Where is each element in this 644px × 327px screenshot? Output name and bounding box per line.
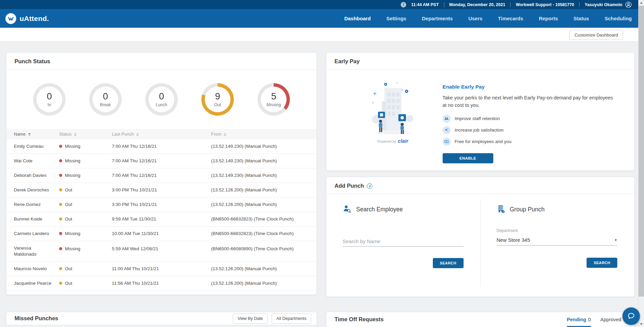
column-header-last-punch[interactable]: Last Punch: [112, 129, 211, 139]
benefit-label: Improve staff retention: [455, 116, 500, 121]
benefit-item: Free for employees and you: [443, 138, 624, 146]
pending-count: 0: [588, 317, 591, 322]
tab-pending[interactable]: Pending0: [567, 317, 591, 327]
early-pay-illustration: Powered byclair: [359, 80, 427, 163]
chat-button[interactable]: [622, 307, 640, 325]
scrollbar-thumb[interactable]: [639, 6, 644, 297]
punch-status-cell: Out: [59, 291, 112, 295]
main-nav: uAttend. Dashboard Settings Departments …: [0, 9, 644, 28]
table-row[interactable]: Derek Desroches Out 3:00 PM Thu 10/21/21…: [6, 183, 317, 197]
nav-item-scheduling[interactable]: Scheduling: [604, 16, 632, 21]
scroll-down-button[interactable]: [639, 321, 644, 327]
enable-early-pay-heading[interactable]: Enable Early Pay: [443, 84, 624, 90]
sort-icon: [74, 133, 77, 136]
missed-punches-table-header: [6, 325, 317, 327]
search-employee-section: Search Employee SEARCH: [326, 194, 480, 296]
chevron-down-icon: ▾: [615, 238, 617, 242]
nav-item-departments[interactable]: Departments: [422, 16, 453, 21]
nav-item-timecards[interactable]: Timecards: [498, 16, 523, 21]
nav-item-users[interactable]: Users: [468, 16, 482, 21]
employee-name: Deborah Davies: [6, 168, 59, 183]
search-employee-input[interactable]: [343, 236, 464, 247]
from-cell: (BN6500-66832823) (Time Clock Punch): [211, 227, 317, 241]
nav-item-dashboard[interactable]: Dashboard: [344, 16, 371, 21]
counter-lunch-value: 0: [159, 91, 164, 102]
vertical-scrollbar[interactable]: [638, 0, 644, 327]
top-bar: ! 11:44 AM PST Monday, December 20, 2021…: [0, 0, 644, 9]
status-dot: [59, 247, 62, 250]
nav-item-status[interactable]: Status: [573, 16, 589, 21]
from-cell: (13.52.126.200) (Manual Punch): [211, 197, 317, 212]
table-row[interactable]: Carmelo Landero Missing 10:00 AM Tue 11/…: [6, 227, 317, 241]
column-header-status[interactable]: Status: [59, 129, 112, 139]
from-cell: (BN6500-66080890) (Time Clock Punch): [211, 241, 317, 262]
add-punch-title: Add Punch: [335, 183, 364, 189]
last-punch-cell: 10:00 AM Tue 11/30/21: [112, 227, 211, 241]
add-punch-card: Add Punch i Search Employee: [326, 177, 635, 297]
department-select[interactable]: New Store 345 ▾: [497, 234, 618, 246]
tab-approved[interactable]: Approved2: [600, 317, 626, 326]
alert-icon[interactable]: !: [401, 2, 406, 7]
employee-name: Wai Cote: [6, 154, 59, 168]
scroll-up-button[interactable]: [639, 0, 644, 6]
enable-button[interactable]: ENABLE: [443, 153, 493, 163]
divider: [510, 2, 511, 7]
last-punch-cell: 11:56 AM Thu 10/21/21: [112, 276, 211, 291]
user-menu[interactable]: Yasuyuki Okamoto: [585, 1, 632, 8]
punch-status-cell: Missing: [59, 241, 112, 262]
punch-status-cell: Out: [59, 262, 112, 276]
counter-break-label: Break: [100, 102, 111, 107]
table-row[interactable]: Deborah Davies Missing 7:00 AM Thu 12/16…: [6, 168, 317, 183]
table-row[interactable]: Wai Cote Missing 7:00 AM Thu 12/16/21 (1…: [6, 154, 317, 168]
time-off-requests-card: Time Off Requests Pending0 Approved2: [326, 312, 635, 327]
info-icon[interactable]: i: [367, 183, 372, 189]
search-employee-button[interactable]: SEARCH: [433, 258, 464, 268]
benefit-label: Free for employees and you: [455, 139, 512, 144]
employee-name: Jacqueline Pearce: [6, 276, 59, 291]
nav-item-reports[interactable]: Reports: [539, 16, 558, 21]
early-pay-description: Take your perks to the next level with E…: [443, 94, 618, 109]
benefit-item: Increase job satisfaction: [443, 126, 624, 134]
status-dot: [59, 145, 62, 148]
department-label: Department: [497, 228, 618, 233]
search-employee-heading: Search Employee: [356, 206, 403, 213]
current-date: Monday, December 20, 2021: [449, 2, 505, 7]
view-by-date-button[interactable]: View By Date: [233, 313, 268, 324]
counter-in-label: In: [48, 102, 51, 107]
from-cell: (13.52.149.230) (Manual Punch): [211, 139, 317, 154]
table-row[interactable]: Rene Gomez Out 3:30 PM Thu 10/21/21 (13.…: [6, 197, 317, 212]
sort-icon: [224, 133, 226, 136]
table-row[interactable]: Zamira Saldivar Out 12:46 PM Wed 10/20/2…: [6, 291, 317, 295]
status-dot: [59, 203, 62, 206]
status-dot: [59, 188, 62, 191]
last-punch-cell: 12:46 PM Wed 10/20/21: [112, 291, 211, 295]
chat-bubble-icon: [627, 311, 636, 321]
counter-lunch: 0 Lunch: [145, 83, 178, 116]
status-dot: [59, 217, 62, 220]
table-row[interactable]: Bunmei Koide Out 9:59 AM Tue 11/30/21 (B…: [6, 212, 317, 227]
table-row[interactable]: Jacqueline Pearce Out 11:56 AM Thu 10/21…: [6, 276, 317, 291]
brand-name: uAttend.: [20, 15, 49, 23]
group-punch-search-button[interactable]: SEARCH: [587, 258, 617, 268]
uattend-logo-icon: [5, 13, 16, 24]
column-header-from[interactable]: From: [211, 129, 317, 139]
nav-item-settings[interactable]: Settings: [386, 16, 406, 21]
all-departments-button[interactable]: All Departments: [272, 313, 311, 324]
customize-dashboard-button[interactable]: Customize Dashboard: [569, 30, 623, 40]
from-cell: (13.52.149.230) (Manual Punch): [211, 154, 317, 168]
punch-status-cell: Missing: [59, 154, 112, 168]
from-cell: (13.52.126.200) (Manual Punch): [211, 276, 317, 291]
table-row[interactable]: Vanessa Maldonado Missing 5:59 AM Wed 12…: [6, 241, 317, 262]
punch-status-table: Name Status Last Punch From Emily Comeau…: [6, 129, 317, 295]
brand-logo[interactable]: uAttend.: [5, 13, 49, 24]
table-row[interactable]: Emily Comeau Missing 7:00 AM Thu 12/16/2…: [6, 139, 317, 154]
employee-name: Bunmei Koide: [6, 212, 59, 227]
punch-status-cell: Missing: [59, 227, 112, 241]
last-punch-cell: 9:59 AM Tue 11/30/21: [112, 212, 211, 227]
column-header-name[interactable]: Name: [6, 129, 59, 139]
from-cell: (13.52.126.200) (Manual Punch): [211, 183, 317, 197]
last-punch-cell: 3:30 PM Thu 10/21/21: [112, 197, 211, 212]
sub-header: Customize Dashboard: [0, 28, 644, 41]
table-row[interactable]: Maurício Novelo Out 11:00 AM Thu 10/21/2…: [6, 262, 317, 276]
punch-status-cell: Missing: [59, 168, 112, 183]
